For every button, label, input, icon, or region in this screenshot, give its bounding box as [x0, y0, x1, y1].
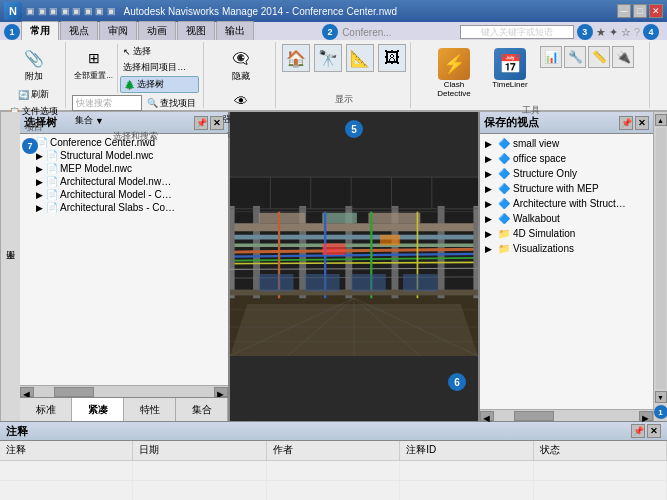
tab-viewpoint[interactable]: 视点 [60, 21, 98, 40]
annotation-header: 注释 📌 ✕ [0, 422, 667, 441]
vp-label-7: Visualizations [513, 243, 574, 254]
left-vertical-label: 面平 [0, 112, 20, 421]
tree-item-1[interactable]: ▶ 📄 Structural Model.nwc [22, 149, 226, 162]
nav-icon-2[interactable]: 🔭 [314, 44, 342, 72]
minimize-button[interactable]: ─ [617, 4, 631, 18]
clash-detective-icon: ⚡ [438, 48, 470, 80]
main-scrollbar[interactable]: ▲ ▼ 1 [653, 112, 667, 421]
tab-animation[interactable]: 动画 [138, 21, 176, 40]
set-button[interactable]: 集合 ▼ [72, 113, 107, 128]
vp-label-2: Structure Only [513, 168, 577, 179]
attach-button[interactable]: 📎 附加 [18, 44, 50, 85]
tab-output[interactable]: 输出 [216, 21, 254, 40]
tool-icon-1[interactable]: 📊 [540, 46, 562, 68]
ann-cell-0 [0, 461, 133, 480]
vp-item-6[interactable]: ▶ 📁 4D Simulation [482, 226, 651, 241]
tree-label-4: Architectural Model - C… [60, 189, 172, 200]
scroll-left-btn[interactable]: ◄ [20, 387, 34, 397]
app-icon: N [4, 2, 22, 20]
timeliner-button[interactable]: 📅 TimeLiner [484, 46, 536, 91]
viewport[interactable]: 5 6 [230, 112, 478, 421]
tool-icon-3[interactable]: 📏 [588, 46, 610, 68]
tab-view[interactable]: 视图 [177, 21, 215, 40]
vp-panel-pin[interactable]: 📌 [619, 116, 633, 130]
vp-item-1[interactable]: ▶ 🔷 office space [482, 151, 651, 166]
select-button[interactable]: ↖ 选择 [120, 44, 199, 59]
annotation-title: 注释 [6, 424, 28, 439]
nav-icon-1[interactable]: 🏠 [282, 44, 310, 72]
scroll-right-btn[interactable]: ► [214, 387, 228, 397]
viewpoints-panel: 保存的视点 📌 ✕ ▶ 🔷 small view ▶ 🔷 office spac… [478, 112, 653, 421]
title-text: Autodesk Navisworks Manage 2014 - Confer… [124, 6, 617, 17]
tree-item-2[interactable]: ▶ 📄 MEP Model.nwc [22, 162, 226, 175]
vp-item-4[interactable]: ▶ 🔷 Architecture with Struct… [482, 196, 651, 211]
clash-detective-button[interactable]: ⚡ Clash Detective [428, 46, 480, 100]
tree-item-3[interactable]: ▶ 📄 Architectural Model.nw… [22, 175, 226, 188]
svg-rect-18 [473, 206, 478, 298]
scroll-thumb-h[interactable] [54, 387, 94, 397]
vp-item-2[interactable]: ▶ 🔷 Structure Only [482, 166, 651, 181]
vp-item-7[interactable]: ▶ 📁 Visualizations [482, 241, 651, 256]
nav-icon-4[interactable]: 🖼 [378, 44, 406, 72]
tree-item-5[interactable]: ▶ 📄 Architectural Slabs - Co… [22, 201, 226, 214]
ann-cell-9 [534, 481, 667, 500]
maximize-button[interactable]: □ [633, 4, 647, 18]
select-tree-button[interactable]: 🌲 选择树 [120, 76, 199, 93]
window-controls[interactable]: ─ □ ✕ [617, 4, 663, 18]
viewpoints-list[interactable]: ▶ 🔷 small view ▶ 🔷 office space ▶ 🔷 Stru… [480, 134, 653, 409]
quick-search-box[interactable]: 快速搜索 [72, 95, 142, 111]
step-6-badge: 6 [448, 373, 466, 391]
ann-panel-pin[interactable]: 📌 [631, 424, 645, 438]
nav-icon-3[interactable]: 📐 [346, 44, 374, 72]
ann-col-3: 注释ID [400, 441, 533, 460]
vp-item-3[interactable]: ▶ 🔷 Structure with MEP [482, 181, 651, 196]
command-search[interactable]: 键入关键字或短语 [460, 25, 574, 39]
ann-row-2 [0, 481, 667, 500]
vp-scroll-thumb[interactable] [514, 411, 554, 421]
tree-expand-1[interactable]: ▶ [34, 151, 44, 161]
svg-rect-43 [259, 274, 294, 291]
tree-scroll-h[interactable]: ◄ ► [20, 385, 228, 397]
vp-item-0[interactable]: ▶ 🔷 small view [482, 136, 651, 151]
tree-expand-5[interactable]: ▶ [34, 203, 44, 213]
vp-panel-close[interactable]: ✕ [635, 116, 649, 130]
svg-rect-46 [403, 274, 438, 291]
tab-review[interactable]: 审阅 [99, 21, 137, 40]
title-bar: N ▣ ▣ ▣ ▣ ▣ ▣ ▣ ▣ Autodesk Navisworks Ma… [0, 0, 667, 22]
vp-label-6: 4D Simulation [513, 228, 575, 239]
step-1-badge: 1 [4, 24, 20, 40]
tool-icon-4[interactable]: 🔌 [612, 46, 634, 68]
tool-icon-2[interactable]: 🔧 [564, 46, 586, 68]
svg-rect-27 [259, 213, 305, 223]
svg-rect-17 [230, 206, 235, 298]
tab-common[interactable]: 常用 [21, 21, 59, 40]
tree-expand-4[interactable]: ▶ [34, 190, 44, 200]
vp-panel-controls[interactable]: 📌 ✕ [619, 116, 649, 130]
vp-scroll-h[interactable]: ◄ ► [480, 409, 653, 421]
tree-expand-3[interactable]: ▶ [34, 177, 44, 187]
toolbar-area: 📎 附加 🔄 刷新 📋 文件选项 项目 ⊞ 全部重置... ↖ 选择 [0, 40, 667, 112]
vp-scroll-right[interactable]: ► [639, 411, 653, 421]
vp-item-5[interactable]: ▶ 🔷 Walkabout [482, 211, 651, 226]
ann-cell-2 [267, 461, 400, 480]
scroll-up-btn[interactable]: ▲ [655, 114, 667, 126]
tree-item-4[interactable]: ▶ 📄 Architectural Model - C… [22, 188, 226, 201]
close-button[interactable]: ✕ [649, 4, 663, 18]
vp-icon-6: 📁 [498, 228, 510, 239]
toolbar-group-display: 🏠 🔭 📐 🖼 显示 [278, 42, 411, 108]
scroll-down-btn[interactable]: ▼ [655, 391, 667, 403]
tree-tab-sets[interactable]: 集合 [176, 398, 228, 421]
ann-panel-controls[interactable]: 📌 ✕ [631, 424, 661, 438]
tree-container[interactable]: ▼ 📄 Conference Center.nwd ▶ 📄 Structural… [20, 134, 228, 385]
vp-scroll-left[interactable]: ◄ [480, 411, 494, 421]
ann-panel-close[interactable]: ✕ [647, 424, 661, 438]
refresh-button[interactable]: 🔄 刷新 [15, 87, 52, 102]
find-items-button[interactable]: 🔍 查找项目 [144, 96, 199, 111]
tree-expand-2[interactable]: ▶ [34, 164, 44, 174]
tree-tab-standard[interactable]: 标准 [20, 398, 72, 421]
tree-tab-compact[interactable]: 紧凑 [72, 398, 124, 421]
hide-button[interactable]: 👁‍🗨 隐藏 [225, 44, 257, 85]
select-same-button[interactable]: 选择相同项目… [120, 60, 199, 75]
tree-tab-props[interactable]: 特性 [124, 398, 176, 421]
select-all-button[interactable]: ⊞ 全部重置... [72, 44, 115, 93]
